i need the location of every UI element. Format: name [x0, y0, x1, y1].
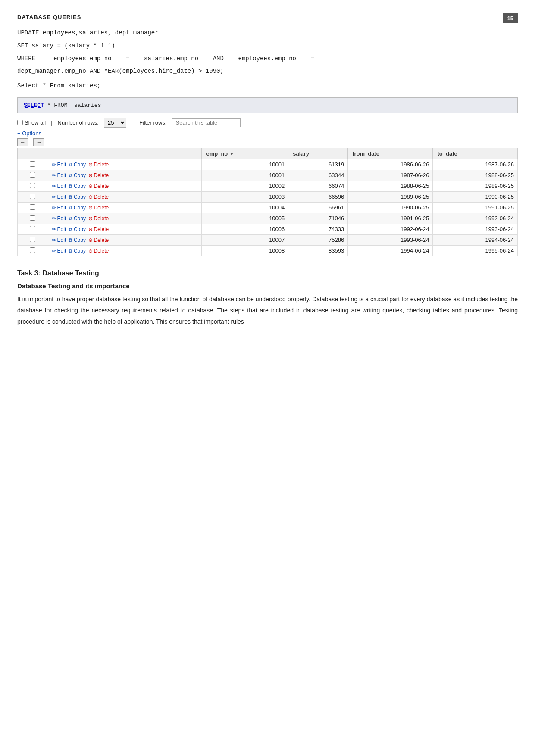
row-actions-cell: ✏ Edit ⧉ Copy ⊖ Delete: [48, 213, 202, 224]
query-line-5: Select * From salaries;: [17, 81, 518, 91]
page-header: DATABASE QUERIES 15: [17, 9, 518, 20]
edit-button[interactable]: ✏ Edit: [52, 226, 66, 232]
delete-button[interactable]: ⊖ Delete: [88, 194, 109, 200]
row-checkbox[interactable]: [30, 194, 35, 199]
copy-icon: ⧉: [69, 162, 72, 168]
cell-salary: 66596: [288, 191, 348, 202]
delete-button[interactable]: ⊖ Delete: [88, 237, 109, 243]
copy-button[interactable]: ⧉ Copy: [69, 162, 86, 168]
cell-from_date: 1993-06-24: [348, 234, 433, 245]
row-checkbox-cell: [18, 234, 48, 245]
pencil-icon: ✏: [52, 226, 56, 232]
delete-button[interactable]: ⊖ Delete: [88, 183, 109, 189]
task3-title: Task 3: Database Testing: [17, 269, 518, 277]
query-line-3: WHERE employees.emp_no = salaries.emp_no…: [17, 54, 518, 64]
task3-section: Task 3: Database Testing Database Testin…: [17, 269, 518, 328]
row-checkbox[interactable]: [30, 183, 35, 188]
pencil-icon: ✏: [52, 162, 56, 168]
edit-button[interactable]: ✏ Edit: [52, 216, 66, 222]
copy-button[interactable]: ⧉ Copy: [69, 248, 86, 254]
page-number: 15: [503, 13, 518, 23]
pencil-icon: ✏: [52, 216, 56, 222]
row-checkbox-cell: [18, 159, 48, 170]
copy-button[interactable]: ⧉ Copy: [69, 194, 86, 200]
col-from-date[interactable]: from_date: [348, 148, 433, 159]
nav-right-button[interactable]: →: [33, 138, 44, 146]
emp-no-2: employees.emp_no: [238, 55, 296, 62]
nav-row: ← | →: [17, 138, 518, 146]
edit-button[interactable]: ✏ Edit: [52, 237, 66, 243]
cell-salary: 66074: [288, 181, 348, 191]
cell-to_date: 1992-06-24: [433, 213, 518, 224]
col-to-date[interactable]: to_date: [433, 148, 518, 159]
show-all-checkbox[interactable]: [17, 120, 23, 125]
pencil-icon: ✏: [52, 172, 56, 178]
copy-icon: ⧉: [69, 226, 72, 232]
edit-button[interactable]: ✏ Edit: [52, 162, 66, 168]
delete-button[interactable]: ⊖ Delete: [88, 205, 109, 211]
options-row[interactable]: + Options: [17, 130, 518, 137]
row-actions-cell: ✏ Edit ⧉ Copy ⊖ Delete: [48, 202, 202, 213]
row-checkbox-cell: [18, 213, 48, 224]
copy-icon: ⧉: [69, 216, 72, 222]
row-checkbox[interactable]: [30, 204, 35, 210]
rows-select[interactable]: 25 50 100: [104, 118, 126, 128]
task3-subtitle: Database Testing and its importance: [17, 282, 518, 290]
search-input[interactable]: [172, 118, 241, 127]
delete-icon: ⊖: [88, 216, 93, 222]
edit-button[interactable]: ✏ Edit: [52, 183, 66, 189]
row-checkbox[interactable]: [30, 215, 35, 221]
row-checkbox[interactable]: [30, 226, 35, 231]
cell-salary: 61319: [288, 159, 348, 170]
table-row: ✏ Edit ⧉ Copy ⊖ Delete 10008835931994-06…: [18, 245, 518, 256]
salaries-emp-no: salaries.emp_no: [144, 55, 198, 62]
table-header-row: emp_no ▼ salary from_date to_date: [18, 148, 518, 159]
copy-icon: ⧉: [69, 205, 72, 211]
copy-button[interactable]: ⧉ Copy: [69, 172, 86, 178]
delete-button[interactable]: ⊖ Delete: [88, 248, 109, 254]
select-keyword: SELECT: [24, 102, 44, 109]
copy-button[interactable]: ⧉ Copy: [69, 183, 86, 189]
copy-icon: ⧉: [69, 237, 72, 243]
copy-button[interactable]: ⧉ Copy: [69, 237, 86, 243]
nav-separator: |: [30, 139, 31, 145]
col-emp-no[interactable]: emp_no ▼: [202, 148, 288, 159]
delete-button[interactable]: ⊖ Delete: [88, 162, 109, 168]
delete-icon: ⊖: [88, 205, 93, 211]
delete-button[interactable]: ⊖ Delete: [88, 226, 109, 232]
task3-body: It is important to have proper database …: [17, 294, 518, 328]
row-checkbox[interactable]: [30, 161, 35, 167]
copy-button[interactable]: ⧉ Copy: [69, 216, 86, 222]
phpmyadmin-controls: Show all | Number of rows: 25 50 100 Fil…: [17, 118, 518, 128]
row-checkbox[interactable]: [30, 237, 35, 242]
row-checkbox-cell: [18, 245, 48, 256]
edit-button[interactable]: ✏ Edit: [52, 172, 66, 178]
row-checkbox[interactable]: [30, 172, 35, 178]
cell-salary: 74333: [288, 224, 348, 234]
show-all-label[interactable]: Show all: [17, 119, 46, 126]
cell-to_date: 1995-06-24: [433, 245, 518, 256]
cell-to_date: 1990-06-25: [433, 191, 518, 202]
row-actions-cell: ✏ Edit ⧉ Copy ⊖ Delete: [48, 224, 202, 234]
cell-emp_no: 10001: [202, 159, 288, 170]
table-row: ✏ Edit ⧉ Copy ⊖ Delete 10002660741988-06…: [18, 181, 518, 191]
filter-label: Filter rows:: [139, 119, 167, 126]
cell-emp_no: 10008: [202, 245, 288, 256]
cell-emp_no: 10007: [202, 234, 288, 245]
table-row: ✏ Edit ⧉ Copy ⊖ Delete 10004669611990-06…: [18, 202, 518, 213]
nav-left-button[interactable]: ←: [17, 138, 28, 146]
copy-button[interactable]: ⧉ Copy: [69, 205, 86, 211]
delete-button[interactable]: ⊖ Delete: [88, 216, 109, 222]
edit-button[interactable]: ✏ Edit: [52, 248, 66, 254]
row-checkbox[interactable]: [30, 247, 35, 253]
edit-button[interactable]: ✏ Edit: [52, 205, 66, 211]
edit-button[interactable]: ✏ Edit: [52, 194, 66, 200]
row-actions-cell: ✏ Edit ⧉ Copy ⊖ Delete: [48, 245, 202, 256]
delete-button[interactable]: ⊖ Delete: [88, 172, 109, 178]
row-checkbox-cell: [18, 191, 48, 202]
col-salary[interactable]: salary: [288, 148, 348, 159]
copy-button[interactable]: ⧉ Copy: [69, 226, 86, 232]
table-row: ✏ Edit ⧉ Copy ⊖ Delete 10007752861993-06…: [18, 234, 518, 245]
pencil-icon: ✏: [52, 194, 56, 200]
cell-to_date: 1989-06-25: [433, 181, 518, 191]
